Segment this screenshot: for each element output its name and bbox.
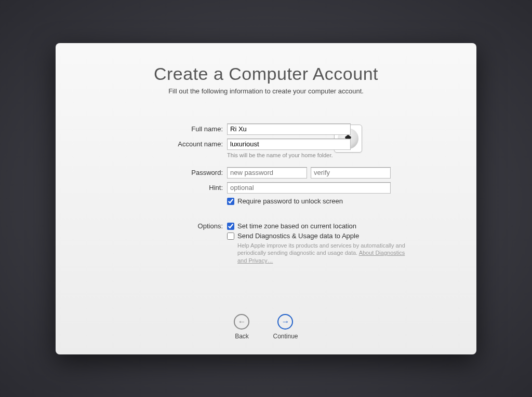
options-label: Options:: [87, 222, 227, 230]
password-input[interactable]: [227, 167, 307, 179]
continue-button[interactable]: → Continue: [273, 314, 298, 340]
password-label: Password:: [87, 169, 227, 176]
page-subtitle: Fill out the following information to cr…: [87, 87, 445, 95]
timezone-label: Set time zone based on current location: [237, 222, 356, 230]
diagnostics-help-text: Help Apple improve its products and serv…: [237, 242, 409, 265]
full-name-input[interactable]: [227, 124, 351, 135]
diagnostics-checkbox[interactable]: [227, 232, 234, 240]
require-password-label: Require password to unlock screen: [237, 197, 343, 205]
account-name-input[interactable]: [227, 139, 351, 150]
require-password-checkbox[interactable]: [227, 198, 234, 205]
continue-arrow-icon: →: [277, 314, 293, 330]
setup-panel: Create a Computer Account Fill out the f…: [56, 43, 476, 354]
page-title: Create a Computer Account: [87, 64, 445, 84]
account-form: Full name: Account name: This will be th…: [87, 124, 445, 265]
back-arrow-icon: ←: [234, 314, 249, 330]
account-name-label: Account name:: [87, 140, 227, 148]
hint-input[interactable]: [227, 182, 391, 194]
account-name-hint: This will be the name of your home folde…: [227, 152, 445, 158]
hint-label: Hint:: [87, 184, 227, 191]
timezone-checkbox[interactable]: [227, 223, 234, 230]
back-button[interactable]: ← Back: [234, 314, 249, 340]
password-verify-input[interactable]: [311, 167, 391, 179]
navigation-bar: ← Back → Continue: [56, 314, 476, 340]
diagnostics-label: Send Diagnostics & Usage data to Apple: [237, 232, 359, 240]
full-name-label: Full name:: [87, 125, 227, 133]
